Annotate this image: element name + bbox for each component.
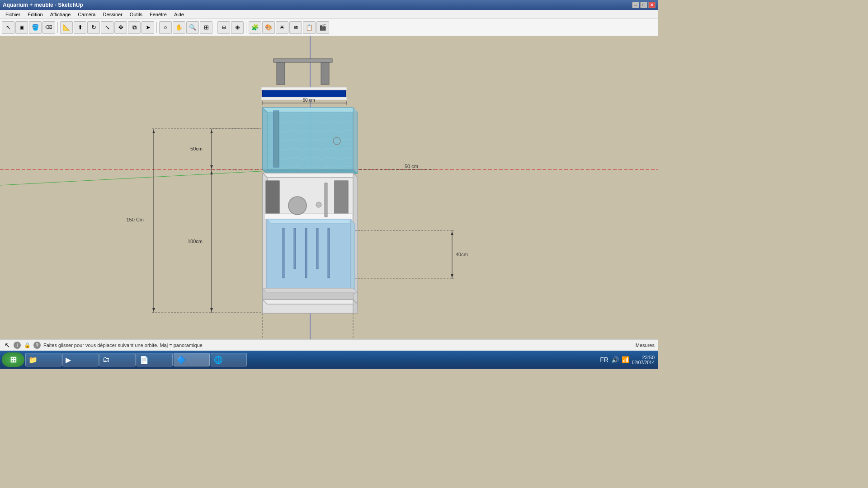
fog-tool[interactable]: ≋: [289, 21, 302, 34]
svg-rect-39: [328, 228, 330, 278]
svg-marker-24: [263, 173, 358, 178]
menu-fichier[interactable]: Fichier: [2, 11, 24, 18]
svg-marker-41: [350, 219, 355, 294]
svg-rect-34: [267, 220, 350, 289]
measurement-area: Mesures: [636, 343, 655, 348]
separator4: [246, 22, 246, 33]
svg-point-30: [288, 197, 307, 215]
svg-text:100cm: 100cm: [188, 239, 203, 244]
select-tool[interactable]: ↖: [2, 21, 14, 34]
svg-rect-29: [264, 214, 353, 219]
svg-marker-40: [267, 219, 355, 224]
section-plane-tool[interactable]: ⊟: [217, 21, 230, 34]
paint-bucket-tool[interactable]: 🪣: [29, 21, 42, 34]
network-icon[interactable]: 📶: [622, 356, 629, 363]
make-component-tool[interactable]: ▣: [15, 21, 28, 34]
titlebar: Aquarium + meuble - SketchUp ─ □ ✕: [0, 0, 658, 10]
orbit-tool[interactable]: ○: [159, 21, 172, 34]
svg-rect-4: [277, 60, 285, 84]
app1-icon: 📄: [140, 356, 149, 364]
svg-text:40cm: 40cm: [456, 252, 468, 257]
app2-icon: 🌐: [214, 356, 223, 364]
help-icon[interactable]: ?: [33, 342, 41, 349]
svg-rect-8: [261, 87, 347, 90]
menubar: Fichier Édition Affichage Caméra Dessine…: [0, 10, 658, 19]
date-display: 02/07/2014: [632, 360, 655, 365]
svg-rect-28: [335, 181, 348, 215]
svg-rect-36: [294, 228, 296, 269]
toolbar: ↖ ▣ 🪣 ⌫ 📐 ⬆ ↻ ⤡ ✥ ⧉ ➤ ○ ✋ 🔍 ⊞ ⊟ ⊕ 🧩 🎨 ☀ …: [0, 19, 658, 36]
taskbar-explorer[interactable]: 📁: [25, 353, 61, 366]
svg-text:150 Cm: 150 Cm: [126, 217, 144, 222]
scenes-tool[interactable]: 🎬: [316, 21, 329, 34]
svg-marker-19: [353, 108, 358, 174]
statusbar-left: ↖ i 🔒 ? Faites glisser pour vous déplace…: [4, 342, 203, 349]
menu-aide[interactable]: Aide: [170, 11, 188, 18]
move-tool[interactable]: ✥: [114, 21, 127, 34]
taskbar-app2[interactable]: 🌐: [211, 353, 247, 366]
taskbar-app1[interactable]: 📄: [137, 353, 173, 366]
svg-text:50 cm: 50 cm: [405, 164, 418, 169]
info-icon[interactable]: i: [14, 342, 21, 349]
clock: 23:50 02/07/2014: [632, 355, 655, 365]
svg-rect-32: [325, 183, 327, 217]
menu-affichage[interactable]: Affichage: [47, 11, 75, 18]
scale-tool[interactable]: ⤡: [101, 21, 113, 34]
measurement-label: Mesures: [636, 343, 655, 348]
lock-icon: 🔒: [24, 342, 31, 349]
follow-me-tool[interactable]: ➤: [142, 21, 154, 34]
titlebar-title: Aquarium + meuble - SketchUp: [3, 2, 83, 8]
svg-rect-27: [266, 181, 279, 215]
time-display: 23:50: [642, 355, 655, 360]
components-tool[interactable]: 🧩: [249, 21, 261, 34]
explorer-icon: 📁: [28, 356, 38, 364]
materials-tool[interactable]: 🎨: [262, 21, 275, 34]
volume-icon[interactable]: 🔊: [611, 356, 619, 363]
menu-edition[interactable]: Édition: [24, 11, 47, 18]
svg-rect-6: [274, 59, 332, 62]
rotate-tool[interactable]: ↻: [87, 21, 100, 34]
titlebar-controls: ─ □ ✕: [632, 2, 656, 8]
svg-rect-37: [305, 228, 307, 278]
svg-rect-5: [321, 60, 329, 84]
separator3: [215, 22, 215, 33]
model-svg: 50 cm: [0, 36, 658, 339]
menu-dessiner[interactable]: Dessiner: [99, 11, 126, 18]
taskbar-sketchup[interactable]: 🔷: [174, 353, 210, 366]
shadows-tool[interactable]: ☀: [276, 21, 288, 34]
minimize-button[interactable]: ─: [632, 2, 639, 8]
svg-text:50 cm: 50 cm: [302, 98, 315, 103]
close-button[interactable]: ✕: [648, 2, 656, 8]
push-pull-tool[interactable]: ⬆: [74, 21, 86, 34]
restore-button[interactable]: □: [640, 2, 647, 8]
taskbar: ⊞ 📁 ▶ 🗂 📄 🔷 🌐 FR 🔊 📶 23:50 02/07/2014: [0, 351, 658, 369]
language-indicator[interactable]: FR: [600, 356, 609, 363]
offset-tool[interactable]: ⧉: [128, 21, 141, 34]
svg-marker-43: [263, 288, 358, 293]
axes-tool[interactable]: ⊕: [231, 21, 244, 34]
taskbar-mediaplayer[interactable]: ▶: [62, 353, 99, 366]
menu-outils[interactable]: Outils: [126, 11, 146, 18]
separator1: [57, 22, 58, 33]
zoom-extents-tool[interactable]: ⊞: [200, 21, 212, 34]
pan-tool[interactable]: ✋: [173, 21, 185, 34]
svg-rect-21: [274, 111, 279, 167]
svg-rect-38: [316, 228, 318, 269]
canvas[interactable]: 50 cm: [0, 36, 658, 339]
system-tray: FR 🔊 📶 23:50 02/07/2014: [600, 355, 656, 365]
filemanager-icon: 🗂: [103, 356, 110, 364]
taskbar-filemanager[interactable]: 🗂: [99, 353, 136, 366]
eraser-tool[interactable]: ⌫: [42, 21, 55, 34]
svg-marker-18: [263, 108, 267, 174]
start-button[interactable]: ⊞: [2, 352, 24, 367]
zoom-tool[interactable]: 🔍: [186, 21, 199, 34]
svg-marker-45: [263, 300, 358, 304]
tape-measure-tool[interactable]: 📐: [60, 21, 73, 34]
svg-point-31: [316, 202, 321, 207]
menu-camera[interactable]: Caméra: [74, 11, 99, 18]
menu-fenetre[interactable]: Fenêtre: [146, 11, 170, 18]
layer-tool[interactable]: 📋: [303, 21, 316, 34]
svg-rect-35: [283, 228, 284, 278]
model-area[interactable]: 50 cm: [0, 36, 658, 339]
separator2: [156, 22, 157, 33]
